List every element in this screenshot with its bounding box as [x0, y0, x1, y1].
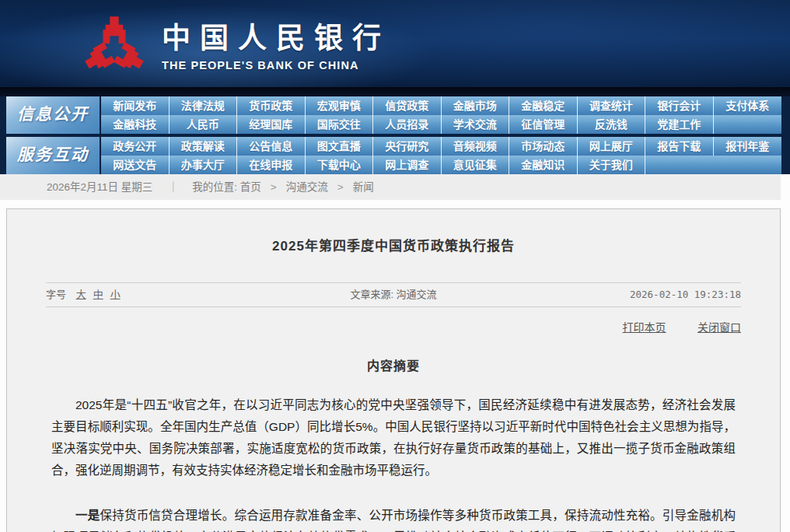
- print-page-link[interactable]: 打印本页: [623, 321, 666, 334]
- nav-item[interactable]: 政策解读: [170, 137, 238, 156]
- article-meta-row: 字号 大中小 文章来源: 沟通交流 2026-02-10 19:23:18: [46, 282, 741, 307]
- nav-item[interactable]: 学术交流: [442, 115, 510, 134]
- breadcrumb-separator: >: [337, 181, 344, 193]
- nav-item[interactable]: 图文直播: [306, 137, 374, 156]
- summary-heading: 内容摘要: [7, 355, 780, 374]
- nav-cell-empty: [645, 156, 714, 174]
- home-logo-link[interactable]: 中国人民银行 THE PEOPLE'S BANK OF CHINA: [82, 14, 390, 79]
- font-size-options: 大中小: [69, 289, 121, 300]
- font-size-option[interactable]: 中: [93, 289, 103, 300]
- pboc-logo-icon: [82, 14, 146, 79]
- breadcrumb-trail: 首页>沟通交流>新闻: [240, 181, 374, 193]
- nav-item[interactable]: 信贷政策: [373, 96, 442, 115]
- nav-item[interactable]: 金融市场: [442, 96, 510, 115]
- nav-item[interactable]: 人民币: [170, 115, 238, 134]
- nav-item[interactable]: 人员招录: [373, 115, 442, 134]
- nav-grid: 新闻发布法律法规货币政策宏观审慎信贷政策金融市场金融稳定调查统计银行会计支付体系…: [101, 96, 781, 134]
- nav-item[interactable]: 金融稳定: [509, 96, 578, 115]
- nav-grid: 政务公开政策解读公告信息图文直播央行研究音频视频市场动态网上展厅报告下载报刊年鉴…: [101, 137, 781, 174]
- location-label: 我的位置:: [192, 181, 240, 193]
- nav-cell-empty: [714, 115, 782, 134]
- font-size-控件: 字号 大中小: [46, 283, 121, 306]
- nav-item[interactable]: 法律法规: [170, 96, 238, 115]
- nav-sections: 信息公开新闻发布法律法规货币政策宏观审慎信贷政策金融市场金融稳定调查统计银行会计…: [6, 96, 790, 174]
- nav-item[interactable]: 经理国库: [237, 115, 306, 134]
- close-window-link[interactable]: 关闭窗口: [697, 321, 741, 334]
- breadcrumb-item[interactable]: 首页: [240, 181, 261, 193]
- nav-item[interactable]: 反洗钱: [578, 115, 646, 134]
- bank-name-block: 中国人民银行 THE PEOPLE'S BANK OF CHINA: [162, 22, 390, 72]
- nav-item[interactable]: 意见征集: [442, 156, 510, 174]
- breadcrumb: 2026年2月11日 星期三 ｜ 我的位置: 首页>沟通交流>新闻: [0, 174, 781, 200]
- breadcrumb-pipe: ｜: [168, 181, 179, 193]
- article-actions: 打印本页 关闭窗口: [46, 319, 741, 334]
- nav-cell-empty: [714, 156, 782, 174]
- nav-section-2: 服务互动政务公开政策解读公告信息图文直播央行研究音频视频市场动态网上展厅报告下载…: [6, 137, 790, 174]
- nav-item[interactable]: 关于我们: [578, 156, 646, 174]
- font-size-option[interactable]: 小: [110, 289, 121, 300]
- nav-item[interactable]: 调查统计: [578, 96, 646, 115]
- nav-section-label[interactable]: 信息公开: [6, 96, 100, 134]
- site-header: 中国人民银行 THE PEOPLE'S BANK OF CHINA: [0, 0, 790, 87]
- breadcrumb-item[interactable]: 沟通交流: [286, 181, 328, 193]
- nav-item[interactable]: 网上调查: [373, 156, 442, 174]
- article-paragraph-2: 一是保持货币信贷合理增长。综合运用存款准备金率、公开市场操作等多种货币政策工具，…: [51, 505, 736, 532]
- font-size-option[interactable]: 大: [76, 289, 86, 300]
- nav-item[interactable]: 银行会计: [645, 96, 714, 115]
- article-datetime: 2026-02-10 19:23:18: [630, 283, 741, 306]
- bank-name-cn: 中国人民银行: [162, 22, 390, 56]
- header-divider: [0, 87, 790, 96]
- nav-item[interactable]: 报刊年鉴: [714, 137, 782, 156]
- nav-item[interactable]: 报告下载: [645, 137, 714, 156]
- nav-item[interactable]: 党建工作: [645, 115, 714, 134]
- nav-item[interactable]: 央行研究: [373, 137, 442, 156]
- article-title: 2025年第四季度中国货币政策执行报告: [7, 209, 780, 254]
- nav-item[interactable]: 办事大厅: [170, 156, 238, 174]
- font-size-label: 字号: [46, 289, 66, 300]
- current-date: 2026年2月11日 星期三: [47, 181, 152, 193]
- nav-item[interactable]: 公告信息: [237, 137, 306, 156]
- nav-item[interactable]: 征信管理: [509, 115, 578, 134]
- breadcrumb-separator: >: [271, 181, 277, 193]
- main-nav: 信息公开新闻发布法律法规货币政策宏观审慎信贷政策金融市场金融稳定调查统计银行会计…: [0, 96, 790, 174]
- nav-item[interactable]: 支付体系: [714, 96, 782, 115]
- nav-item[interactable]: 货币政策: [237, 96, 306, 115]
- article-container: 2025年第四季度中国货币政策执行报告 字号 大中小 文章来源: 沟通交流 20…: [6, 208, 781, 532]
- nav-item[interactable]: 宏观审慎: [306, 96, 374, 115]
- nav-item[interactable]: 金融知识: [509, 156, 578, 174]
- nav-item[interactable]: 下载中心: [306, 156, 374, 174]
- nav-item[interactable]: 在线申报: [237, 156, 306, 174]
- nav-item[interactable]: 金融科技: [101, 115, 170, 134]
- nav-item[interactable]: 新闻发布: [101, 96, 170, 115]
- nav-section-label[interactable]: 服务互动: [6, 137, 100, 174]
- bank-name-en: THE PEOPLE'S BANK OF CHINA: [162, 59, 390, 72]
- nav-item[interactable]: 政务公开: [101, 137, 170, 156]
- nav-item[interactable]: 网上展厅: [578, 137, 646, 156]
- nav-item[interactable]: 音频视频: [442, 137, 510, 156]
- nav-item[interactable]: 国际交往: [306, 115, 374, 134]
- breadcrumb-item[interactable]: 新闻: [353, 181, 374, 193]
- nav-item[interactable]: 网送文告: [101, 156, 170, 174]
- nav-item[interactable]: 市场动态: [509, 137, 578, 156]
- article-source: 文章来源: 沟通交流: [350, 283, 436, 306]
- nav-section-1: 信息公开新闻发布法律法规货币政策宏观审慎信贷政策金融市场金融稳定调查统计银行会计…: [6, 96, 790, 134]
- article-paragraph-1: 2025年是“十四五”收官之年，在以习近平同志为核心的党中央坚强领导下，国民经济…: [51, 394, 736, 481]
